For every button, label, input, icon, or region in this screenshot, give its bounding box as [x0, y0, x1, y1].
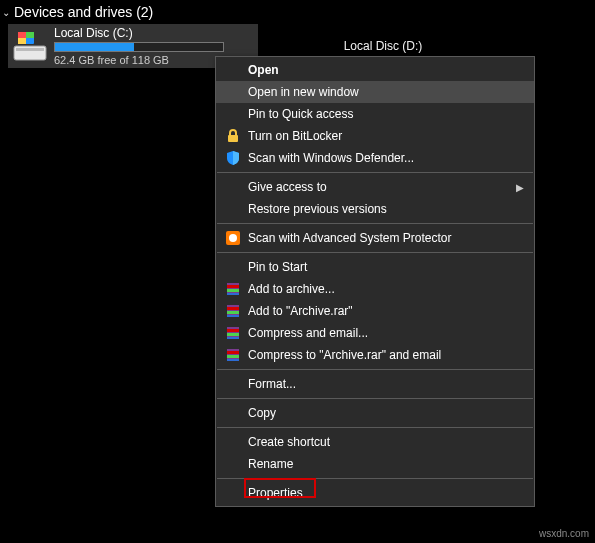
section-title: Devices and drives (2) [14, 4, 153, 20]
rar-icon [222, 302, 244, 320]
menu-format[interactable]: Format... [216, 373, 534, 395]
context-menu: Open Open in new window Pin to Quick acc… [215, 56, 535, 507]
usage-fill [55, 43, 134, 51]
svg-rect-14 [227, 307, 239, 310]
rar-icon [222, 346, 244, 364]
svg-rect-10 [227, 285, 239, 288]
menu-copy[interactable]: Copy [216, 402, 534, 424]
chevron-down-icon: ⌄ [2, 7, 10, 18]
svg-rect-20 [227, 337, 239, 339]
rar-icon [222, 280, 244, 298]
separator [217, 172, 533, 173]
svg-rect-23 [227, 355, 239, 358]
separator [217, 427, 533, 428]
menu-add-to-archive-rar[interactable]: Add to "Archive.rar" [216, 300, 534, 322]
drive-label: Local Disc (D:) [344, 39, 423, 53]
separator [217, 252, 533, 253]
svg-rect-5 [18, 38, 26, 44]
svg-rect-18 [227, 329, 239, 332]
menu-compress-and-email[interactable]: Compress and email... [216, 322, 534, 344]
separator [217, 223, 533, 224]
svg-rect-24 [227, 359, 239, 361]
chevron-right-icon: ▶ [516, 182, 524, 193]
menu-pin-to-start[interactable]: Pin to Start [216, 256, 534, 278]
shield-icon [222, 149, 244, 167]
menu-give-access-to[interactable]: Give access to ▶ [216, 176, 534, 198]
watermark: wsxdn.com [539, 528, 589, 539]
rar-icon [222, 324, 244, 342]
menu-bitlocker[interactable]: Turn on BitLocker [216, 125, 534, 147]
asp-icon [222, 229, 244, 247]
svg-point-8 [229, 234, 237, 242]
menu-windows-defender[interactable]: Scan with Windows Defender... [216, 147, 534, 169]
separator [217, 398, 533, 399]
bitlocker-icon [222, 127, 244, 145]
menu-open[interactable]: Open [216, 59, 534, 81]
drive-icon [12, 26, 48, 66]
menu-add-to-archive[interactable]: Add to archive... [216, 278, 534, 300]
svg-rect-6 [228, 135, 238, 142]
devices-and-drives-header[interactable]: ⌄ Devices and drives (2) [0, 0, 595, 24]
menu-properties[interactable]: Properties [216, 482, 534, 504]
svg-rect-22 [227, 351, 239, 354]
separator [217, 478, 533, 479]
svg-rect-3 [18, 32, 26, 38]
svg-rect-4 [26, 32, 34, 38]
svg-rect-1 [16, 48, 44, 51]
menu-open-new-window[interactable]: Open in new window [216, 81, 534, 103]
separator [217, 369, 533, 370]
menu-advanced-system-protector[interactable]: Scan with Advanced System Protector [216, 227, 534, 249]
usage-bar [54, 42, 224, 52]
svg-rect-11 [227, 289, 239, 292]
menu-pin-quick-access[interactable]: Pin to Quick access [216, 103, 534, 125]
svg-rect-16 [227, 315, 239, 317]
menu-restore-previous-versions[interactable]: Restore previous versions [216, 198, 534, 220]
svg-rect-19 [227, 333, 239, 336]
drive-label: Local Disc (C:) [54, 26, 254, 40]
svg-rect-12 [227, 293, 239, 295]
svg-rect-15 [227, 311, 239, 314]
menu-create-shortcut[interactable]: Create shortcut [216, 431, 534, 453]
menu-compress-rar-and-email[interactable]: Compress to "Archive.rar" and email [216, 344, 534, 366]
menu-rename[interactable]: Rename [216, 453, 534, 475]
